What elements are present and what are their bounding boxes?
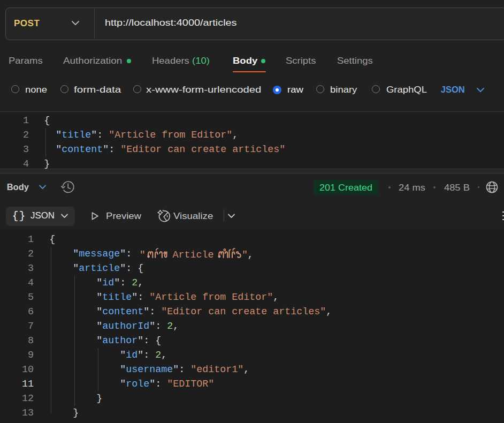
svg-text:,: , (248, 250, 254, 261)
svg-text:": " (140, 250, 146, 261)
svg-text:": " (242, 250, 248, 261)
svg-text:Article: Article (173, 250, 214, 261)
